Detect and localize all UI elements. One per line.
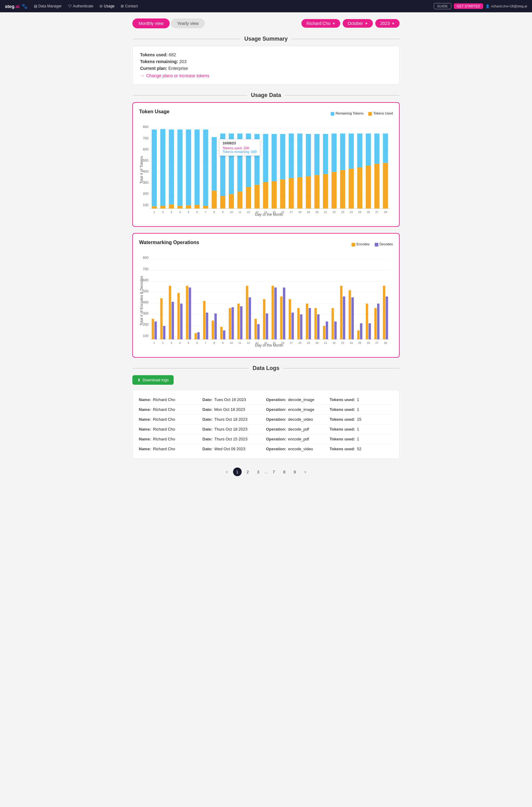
svg-rect-119	[152, 319, 154, 340]
svg-rect-22	[169, 205, 174, 209]
svg-rect-125	[177, 293, 180, 340]
svg-rect-55	[314, 134, 320, 175]
svg-text:800: 800	[143, 256, 148, 260]
user-pill: 👤 richard.cho+18@steg.ai	[486, 4, 527, 8]
svg-rect-69	[374, 134, 380, 164]
log-tokens: Tokens used: 1	[330, 427, 394, 431]
svg-rect-65	[357, 134, 362, 168]
svg-rect-56	[314, 175, 320, 209]
svg-text:4: 4	[179, 211, 181, 214]
svg-rect-41	[254, 134, 260, 185]
logs-table: Name: Richard Cho Date: Tues Oct 19 2023…	[139, 395, 393, 454]
svg-rect-121	[160, 298, 163, 340]
svg-rect-169	[366, 304, 368, 339]
svg-text:Day of the Month: Day of the Month	[255, 212, 283, 217]
user-filter-button[interactable]: Richard Cho ▼	[301, 19, 340, 28]
tokens-used-value: 682	[169, 52, 176, 57]
svg-rect-33	[220, 134, 225, 196]
pagination-page-7[interactable]: 7	[269, 467, 278, 476]
pagination-page-1[interactable]: 1	[233, 467, 242, 476]
month-filter-button[interactable]: October ▼	[343, 19, 373, 28]
svg-rect-133	[211, 321, 214, 340]
svg-rect-31	[211, 137, 217, 191]
svg-text:600: 600	[143, 148, 148, 151]
svg-rect-159	[323, 326, 325, 340]
svg-rect-172	[377, 304, 380, 339]
svg-rect-32	[211, 191, 217, 209]
svg-text:9: 9	[222, 341, 224, 344]
svg-text:6: 6	[196, 211, 198, 214]
toolbar: Monthly view Yearly view Richard Cho ▼ O…	[132, 18, 400, 28]
data-logs-title: Data Logs	[132, 365, 400, 371]
guide-button[interactable]: GUIDE	[434, 3, 451, 9]
svg-rect-35	[229, 134, 234, 194]
monthly-view-button[interactable]: Monthly view	[132, 18, 170, 28]
svg-rect-38	[238, 191, 243, 208]
svg-rect-155	[306, 304, 308, 339]
token-chart-legend: Remaining Tokens Tokens Used	[331, 111, 393, 115]
log-operation: Operation: decode_image	[266, 397, 330, 402]
logs-card: Name: Richard Cho Date: Tues Oct 19 2023…	[132, 390, 400, 459]
download-icon: ⬇	[137, 378, 141, 382]
svg-text:12: 12	[247, 341, 250, 344]
chevron-down-icon: ▼	[365, 22, 368, 25]
svg-text:25: 25	[358, 211, 361, 214]
pagination-prev[interactable]: ‹	[223, 467, 231, 476]
svg-text:100: 100	[143, 203, 148, 207]
svg-rect-61	[340, 134, 345, 170]
user-filter-label: Richard Cho	[306, 21, 330, 26]
log-name: Name: Richard Cho	[139, 437, 203, 441]
svg-rect-129	[194, 333, 197, 339]
svg-rect-149	[280, 296, 283, 339]
svg-rect-170	[368, 323, 371, 339]
svg-rect-124	[171, 302, 174, 340]
nav-data-manager[interactable]: ▤ Data Manager	[34, 4, 62, 8]
summary-card: Tokens used: 682 Tokens remaining: 203 C…	[132, 46, 400, 85]
log-name: Name: Richard Cho	[139, 427, 203, 431]
token-chart-title: Token Usage	[139, 109, 169, 115]
svg-rect-58	[323, 174, 328, 209]
change-plans-link[interactable]: Change plans or increase tokens	[140, 73, 392, 78]
nav-contact[interactable]: ⊞ Contact	[121, 4, 138, 8]
chevron-down-icon: ▼	[392, 22, 395, 25]
download-logs-button[interactable]: ⬇ Download logs	[132, 375, 174, 385]
get-started-button[interactable]: GET STARTED	[454, 3, 483, 9]
svg-rect-171	[374, 308, 377, 340]
svg-rect-167	[357, 330, 360, 340]
svg-rect-24	[177, 206, 183, 209]
nav-authenticate[interactable]: 🛡 Authenticate	[68, 4, 94, 8]
pagination-page-9[interactable]: 9	[290, 467, 299, 476]
svg-text:100: 100	[143, 334, 148, 338]
pagination-next[interactable]: ›	[301, 467, 309, 476]
watermark-chart-wrapper: Watermarking Operations Encodes Decodes …	[139, 240, 393, 351]
svg-text:11: 11	[238, 341, 241, 344]
yearly-view-button[interactable]: Yearly view	[171, 18, 205, 28]
svg-rect-152	[291, 313, 294, 340]
log-row: Name: Richard Cho Date: Thurs Oct 15 202…	[139, 434, 393, 444]
nav-links: ▤ Data Manager 🛡 Authenticate ⊙ Usage ⊞ …	[34, 4, 428, 8]
svg-rect-70	[374, 164, 380, 208]
svg-rect-26	[186, 205, 191, 208]
svg-rect-42	[254, 185, 260, 209]
nav-usage[interactable]: ⊙ Usage	[99, 4, 115, 8]
svg-rect-163	[340, 286, 343, 339]
pagination-page-2[interactable]: 2	[244, 467, 252, 476]
database-icon: ▤	[34, 4, 37, 8]
svg-text:27: 27	[375, 341, 378, 344]
watermark-chart-area: 800 700 600 500 400 300 200 100 Total # …	[139, 251, 393, 351]
svg-rect-68	[366, 166, 371, 208]
pagination-page-8[interactable]: 8	[280, 467, 288, 476]
svg-rect-136	[223, 330, 225, 340]
svg-rect-66	[357, 168, 362, 209]
svg-text:Total # of Encodes & Decodes: Total # of Encodes & Decodes	[139, 276, 144, 325]
pagination-page-3[interactable]: 3	[254, 467, 263, 476]
main-content: Monthly view Yearly view Richard Cho ▼ O…	[128, 12, 404, 486]
svg-rect-30	[203, 206, 208, 209]
svg-rect-51	[298, 134, 303, 177]
svg-rect-156	[308, 308, 311, 340]
circle-check-icon: ⊙	[99, 4, 102, 8]
log-date: Date: Tues Oct 19 2023	[203, 397, 266, 402]
svg-text:17: 17	[290, 341, 293, 344]
year-filter-button[interactable]: 2023 ▼	[375, 19, 400, 28]
usage-data-title: Usage Data	[132, 92, 400, 98]
